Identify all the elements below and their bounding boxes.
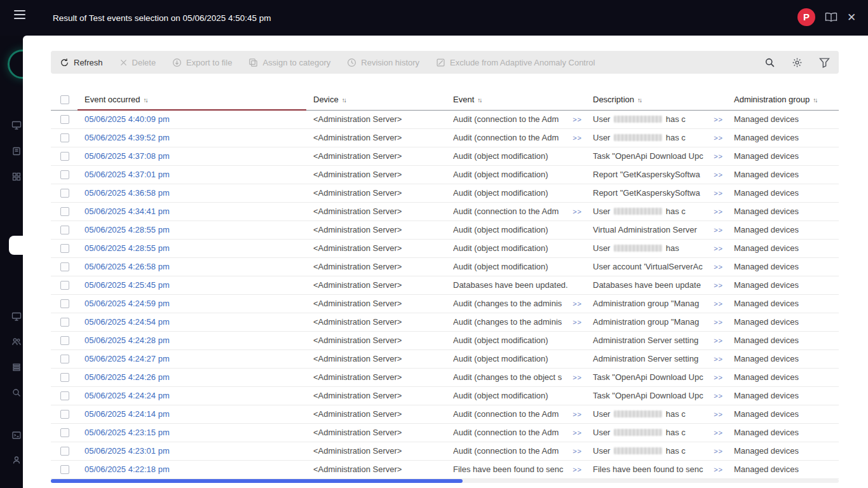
event-time-link[interactable]: 05/06/2025 4:24:28 pm xyxy=(85,336,170,345)
expand-cell-link[interactable]: >> xyxy=(710,410,723,418)
event-time-link[interactable]: 05/06/2025 4:23:15 pm xyxy=(85,428,170,437)
column-header-administration-group[interactable]: Administration group↑↓ xyxy=(727,89,839,110)
event-time-link[interactable]: 05/06/2025 4:24:24 pm xyxy=(85,391,170,400)
sort-icon[interactable]: ↑↓ xyxy=(813,97,817,104)
expand-cell-link[interactable]: >> xyxy=(569,116,582,123)
expand-cell-link[interactable]: >> xyxy=(710,429,723,437)
expand-cell-link[interactable]: >> xyxy=(710,116,723,123)
column-header-description[interactable]: Description↑↓ xyxy=(586,89,727,110)
horizontal-scrollbar-thumb[interactable] xyxy=(51,479,463,483)
event-time-link[interactable]: 05/06/2025 4:37:01 pm xyxy=(85,170,170,179)
row-checkbox[interactable] xyxy=(60,226,69,234)
row-checkbox[interactable] xyxy=(60,207,69,216)
expand-cell-link[interactable]: >> xyxy=(710,281,723,289)
row-checkbox[interactable] xyxy=(60,465,69,474)
row-checkbox[interactable] xyxy=(60,262,69,271)
server-stack-icon[interactable] xyxy=(11,362,22,372)
expand-cell-link[interactable]: >> xyxy=(569,466,582,473)
event-time-link[interactable]: 05/06/2025 4:24:14 pm xyxy=(85,409,170,419)
documentation-icon[interactable] xyxy=(825,12,837,22)
workstation-icon[interactable] xyxy=(11,311,22,322)
monitoring-icon[interactable] xyxy=(11,120,22,130)
event-time-link[interactable]: 05/06/2025 4:24:26 pm xyxy=(85,372,170,382)
row-checkbox[interactable] xyxy=(60,428,69,437)
row-checkbox[interactable] xyxy=(60,336,69,345)
devices-grid-icon[interactable] xyxy=(11,172,22,182)
event-time-link[interactable]: 05/06/2025 4:37:08 pm xyxy=(85,151,170,161)
expand-cell-link[interactable]: >> xyxy=(569,447,582,455)
row-checkbox[interactable] xyxy=(60,244,69,253)
expand-cell-link[interactable]: >> xyxy=(710,300,723,308)
row-checkbox[interactable] xyxy=(60,391,69,400)
row-checkbox[interactable] xyxy=(60,281,69,290)
row-checkbox[interactable] xyxy=(60,373,69,382)
expand-cell-link[interactable]: >> xyxy=(569,410,582,418)
account-icon[interactable] xyxy=(11,455,22,465)
event-time-link[interactable]: 05/06/2025 4:36:58 pm xyxy=(85,188,170,198)
row-checkbox[interactable] xyxy=(60,447,69,456)
expand-cell-link[interactable]: >> xyxy=(710,355,723,363)
event-time-link[interactable]: 05/06/2025 4:39:52 pm xyxy=(85,133,170,142)
gear-icon[interactable] xyxy=(792,57,803,68)
expand-cell-link[interactable]: >> xyxy=(710,245,723,252)
event-time-link[interactable]: 05/06/2025 4:24:54 pm xyxy=(85,317,170,327)
horizontal-scrollbar-track[interactable] xyxy=(51,479,839,483)
event-time-cell: 05/06/2025 4:34:41 pm xyxy=(78,202,306,220)
row-checkbox[interactable] xyxy=(60,189,69,198)
expand-cell-link[interactable]: >> xyxy=(710,337,723,344)
column-header-device[interactable]: Device↑↓ xyxy=(306,89,446,110)
search-icon[interactable] xyxy=(764,57,775,68)
row-checkbox[interactable] xyxy=(60,115,69,124)
row-checkbox[interactable] xyxy=(60,299,69,308)
expand-cell-link[interactable]: >> xyxy=(569,374,582,381)
hamburger-menu-icon[interactable] xyxy=(14,10,25,19)
event-time-link[interactable]: 05/06/2025 4:28:55 pm xyxy=(85,243,170,253)
event-time-link[interactable]: 05/06/2025 4:22:18 pm xyxy=(85,464,170,474)
expand-cell-link[interactable]: >> xyxy=(710,263,723,271)
refresh-button[interactable]: Refresh xyxy=(60,58,103,67)
expand-cell-link[interactable]: >> xyxy=(710,134,723,142)
sort-icon[interactable]: ↑↓ xyxy=(143,97,147,104)
event-time-link[interactable]: 05/06/2025 4:40:09 pm xyxy=(85,114,170,124)
reports-icon[interactable] xyxy=(11,146,22,156)
event-time-link[interactable]: 05/06/2025 4:25:45 pm xyxy=(85,280,170,290)
row-checkbox[interactable] xyxy=(60,152,69,161)
expand-cell-link[interactable]: >> xyxy=(710,318,723,326)
row-checkbox[interactable] xyxy=(60,410,69,419)
expand-cell-link[interactable]: >> xyxy=(569,300,582,308)
event-time-link[interactable]: 05/06/2025 4:34:41 pm xyxy=(85,207,170,216)
expand-cell-link[interactable]: >> xyxy=(710,466,723,473)
event-time-link[interactable]: 05/06/2025 4:24:59 pm xyxy=(85,299,170,308)
expand-cell-link[interactable]: >> xyxy=(710,208,723,215)
search-nav-icon[interactable] xyxy=(11,388,22,398)
sort-icon[interactable]: ↑↓ xyxy=(477,97,481,104)
expand-cell-link[interactable]: >> xyxy=(710,152,723,160)
sort-icon[interactable]: ↑↓ xyxy=(637,97,641,104)
column-header-event[interactable]: Event↑↓ xyxy=(446,89,586,110)
event-time-link[interactable]: 05/06/2025 4:23:01 pm xyxy=(85,446,170,456)
expand-cell-link[interactable]: >> xyxy=(569,318,582,326)
filter-icon[interactable] xyxy=(819,57,830,68)
console-icon[interactable] xyxy=(11,430,22,440)
row-checkbox[interactable] xyxy=(60,318,69,327)
row-checkbox[interactable] xyxy=(60,133,69,142)
event-time-link[interactable]: 05/06/2025 4:28:55 pm xyxy=(85,225,170,234)
row-checkbox[interactable] xyxy=(60,355,69,363)
column-header-event-occurred[interactable]: Event occurred↑↓ xyxy=(78,89,306,110)
expand-cell-link[interactable]: >> xyxy=(710,171,723,179)
row-checkbox[interactable] xyxy=(60,170,69,179)
event-time-link[interactable]: 05/06/2025 4:24:27 pm xyxy=(85,354,170,363)
close-icon[interactable]: ✕ xyxy=(847,11,856,25)
event-time-link[interactable]: 05/06/2025 4:26:58 pm xyxy=(85,262,170,271)
select-all-checkbox[interactable] xyxy=(60,95,69,104)
expand-cell-link[interactable]: >> xyxy=(710,392,723,400)
expand-cell-link[interactable]: >> xyxy=(710,447,723,455)
expand-cell-link[interactable]: >> xyxy=(569,429,582,437)
expand-cell-link[interactable]: >> xyxy=(569,134,582,142)
sort-icon[interactable]: ↑↓ xyxy=(342,97,346,104)
expand-cell-link[interactable]: >> xyxy=(710,189,723,197)
expand-cell-link[interactable]: >> xyxy=(710,226,723,234)
expand-cell-link[interactable]: >> xyxy=(569,208,582,215)
expand-cell-link[interactable]: >> xyxy=(710,374,723,381)
users-icon[interactable] xyxy=(11,337,22,347)
